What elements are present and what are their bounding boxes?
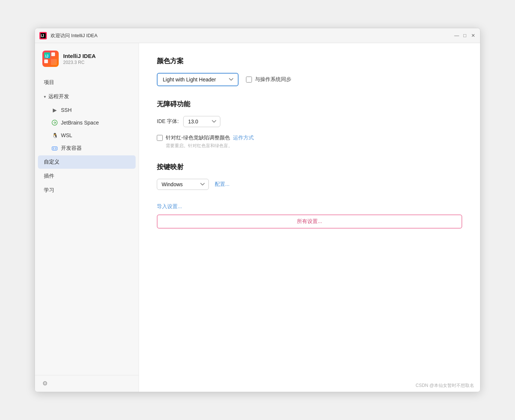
sync-with-os-text: 与操作系统同步: [255, 76, 291, 83]
container-icon: [51, 145, 58, 151]
color-blind-label[interactable]: 针对红-绿色觉缺陷调整颜色: [157, 135, 230, 141]
keymap-row: Windows macOS Linux Eclipse NetBeans Vis…: [157, 179, 462, 190]
sidebar-item-label: 远程开发: [48, 93, 69, 100]
app-version: 2023.3 RC: [63, 60, 96, 65]
keymap-section: 按键映射 Windows macOS Linux Eclipse NetBean…: [157, 162, 462, 190]
sidebar: IJ IntelliJ IDEA 2023.3 RC 项目 ▾ 远程开发: [35, 43, 139, 392]
svg-rect-12: [53, 148, 54, 149]
window-controls: — □ ✕: [454, 33, 476, 38]
all-settings-button[interactable]: 所有设置...: [157, 214, 462, 229]
sidebar-item-label: 插件: [44, 173, 54, 180]
keymap-title: 按键映射: [157, 162, 462, 171]
app-logo-small: IJ: [39, 32, 47, 39]
font-label: IDE 字体:: [157, 118, 179, 125]
sidebar-footer: ⚙: [35, 375, 139, 392]
window-title: 欢迎访问 IntelliJ IDEA: [51, 32, 454, 39]
font-row: IDE 字体: 12.0 13.0 14.0 16.0 18.0: [157, 116, 462, 127]
right-panel: 颜色方案 Light with Light Header Darcula Hig…: [139, 43, 480, 392]
intellij-logo: IJ: [42, 51, 59, 67]
color-blind-main: 针对红-绿色觉缺陷调整颜色 运作方式: [157, 135, 462, 141]
color-blind-text: 针对红-绿色觉缺陷调整颜色: [166, 135, 230, 141]
close-button[interactable]: ✕: [470, 33, 476, 38]
configure-link[interactable]: 配置...: [215, 181, 230, 188]
sidebar-item-label: 项目: [44, 79, 54, 86]
sidebar-item-dev-container[interactable]: 开发容器: [38, 142, 136, 155]
svg-text:IJ: IJ: [41, 33, 44, 38]
sidebar-item-jetbrains-space[interactable]: JetBrains Space: [38, 117, 136, 129]
ssh-icon: ▶: [51, 107, 58, 113]
sidebar-item-label: WSL: [61, 132, 72, 138]
color-blind-checkbox[interactable]: [157, 135, 163, 141]
sidebar-item-remote-dev[interactable]: ▾ 远程开发: [38, 90, 136, 103]
app-name: IntelliJ IDEA: [63, 53, 96, 59]
minimize-button[interactable]: —: [454, 33, 459, 38]
color-scheme-title: 颜色方案: [157, 56, 462, 65]
color-scheme-row: Light with Light Header Darcula High Con…: [157, 73, 462, 86]
sidebar-item-label: SSH: [61, 107, 72, 113]
sidebar-item-learn[interactable]: 学习: [38, 184, 136, 197]
sidebar-app-info: IntelliJ IDEA 2023.3 RC: [63, 53, 96, 65]
settings-icon[interactable]: ⚙: [42, 380, 50, 387]
sidebar-item-label: 自定义: [44, 159, 59, 165]
svg-rect-13: [55, 148, 56, 149]
accessibility-title: 无障碍功能: [157, 100, 462, 109]
color-scheme-dropdown[interactable]: Light with Light Header Darcula High Con…: [157, 73, 239, 86]
import-settings-link[interactable]: 导入设置...: [157, 203, 462, 210]
color-blind-row: 针对红-绿色觉缺陷调整颜色 运作方式 需要重启。针对红色盲和绿色盲。: [157, 135, 462, 149]
sidebar-item-projects[interactable]: 项目: [38, 76, 136, 89]
sidebar-item-customize[interactable]: 自定义: [38, 155, 136, 169]
sidebar-item-label: 学习: [44, 187, 54, 194]
maximize-button[interactable]: □: [462, 33, 467, 38]
keymap-dropdown[interactable]: Windows macOS Linux Eclipse NetBeans Vis…: [157, 179, 209, 190]
linux-icon: 🐧: [51, 132, 58, 138]
sidebar-item-ssh[interactable]: ▶ SSH: [38, 104, 136, 116]
watermark: CSDN @本仙女暂时不想取名: [415, 382, 474, 389]
svg-text:🐧: 🐧: [52, 132, 58, 138]
accessibility-section: 无障碍功能 IDE 字体: 12.0 13.0 14.0 16.0 18.0: [157, 100, 462, 149]
color-blind-note: 需要重启。针对红色盲和绿色盲。: [157, 143, 462, 149]
chevron-down-icon: ▾: [44, 94, 46, 99]
sidebar-item-label: JetBrains Space: [61, 120, 99, 126]
space-icon: [51, 120, 58, 126]
svg-rect-7: [51, 59, 57, 65]
font-size-dropdown[interactable]: 12.0 13.0 14.0 16.0 18.0: [183, 116, 220, 127]
svg-rect-6: [51, 52, 55, 56]
sync-with-os-checkbox[interactable]: [246, 77, 252, 83]
color-blind-link[interactable]: 运作方式: [233, 135, 254, 141]
main-content: IJ IntelliJ IDEA 2023.3 RC 项目 ▾ 远程开发: [35, 43, 480, 392]
svg-rect-5: [44, 59, 48, 63]
svg-text:IJ: IJ: [45, 54, 48, 58]
sidebar-item-label: 开发容器: [61, 145, 82, 152]
title-bar: IJ 欢迎访问 IntelliJ IDEA — □ ✕: [35, 28, 480, 43]
links-section: 导入设置... 所有设置...: [157, 203, 462, 229]
sidebar-nav: 项目 ▾ 远程开发 ▶ SSH: [35, 76, 139, 375]
sidebar-item-wsl[interactable]: 🐧 WSL: [38, 129, 136, 141]
sync-with-os-label[interactable]: 与操作系统同步: [246, 76, 291, 83]
sidebar-logo-section: IJ IntelliJ IDEA 2023.3 RC: [35, 51, 139, 76]
color-scheme-section: 颜色方案 Light with Light Header Darcula Hig…: [157, 56, 462, 86]
sidebar-item-plugins[interactable]: 插件: [38, 169, 136, 183]
